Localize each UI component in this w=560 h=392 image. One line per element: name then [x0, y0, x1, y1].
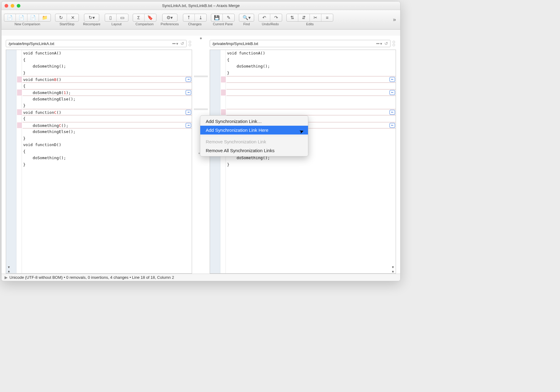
code-line[interactable]: void functionA() — [226, 50, 396, 57]
link-dot-icon[interactable] — [200, 37, 202, 39]
edit4-icon[interactable]: ≡ — [321, 14, 333, 21]
gutter-fold — [210, 50, 220, 273]
path-input-left[interactable]: /private/tmp/SyncLinkA.txt ••• ▾↺ — [6, 40, 187, 47]
new-folder-icon[interactable]: 📁 — [39, 14, 51, 21]
ctx-add-sync-link[interactable]: Add Synchronization Link… — [200, 117, 308, 126]
new-text-icon[interactable]: 📄 — [4, 14, 16, 21]
code-line[interactable]: doSomething(); — [23, 155, 192, 161]
stop-icon[interactable]: ✕ — [67, 14, 79, 21]
edit3-icon[interactable]: ✂ — [310, 14, 321, 21]
toolbar-label: Edits — [306, 22, 313, 26]
code-line-diff[interactable]: ← — [226, 76, 396, 83]
gear-icon[interactable]: ⚙▾ — [163, 14, 177, 21]
code-line[interactable] — [226, 102, 396, 109]
layout-v-icon[interactable]: ▯ — [105, 14, 117, 21]
code-line[interactable]: } — [226, 161, 396, 168]
gutter-marks — [220, 50, 226, 273]
toolbar-label: New Comparison — [15, 22, 40, 26]
code-line-diff[interactable]: ← — [226, 89, 396, 96]
prev-change-icon[interactable]: ⤒ — [183, 14, 195, 21]
content-area: /private/tmp/SyncLinkA.txt ••• ▾↺ void f… — [2, 36, 400, 274]
statusbar-text: Unicode (UTF-8 without BOM) • 0 removals… — [9, 275, 174, 280]
edit-icon[interactable]: ✎ — [223, 14, 234, 21]
merge-right-icon[interactable]: → — [186, 90, 191, 95]
path-controls[interactable]: ••• ▾↺ — [376, 41, 388, 46]
new-image-icon[interactable]: 📄 — [27, 14, 39, 21]
code-line[interactable]: } — [23, 102, 192, 109]
link-line[interactable] — [194, 76, 208, 77]
code-line[interactable]: { — [226, 57, 396, 63]
code-line[interactable] — [226, 83, 396, 89]
ctx-add-sync-link-here[interactable]: Add Synchronization Link Here — [200, 126, 308, 135]
merge-left-icon[interactable]: ← — [390, 110, 395, 115]
code-line[interactable]: } — [226, 70, 396, 76]
code-line[interactable]: } — [23, 135, 192, 142]
toolbar-label: Start/Stop — [60, 22, 75, 26]
gutter-marks — [16, 50, 22, 273]
editor-right[interactable]: void functionA() { doSomething(); } ← ← … — [210, 50, 396, 274]
code-line[interactable]: doSomething(); — [23, 63, 192, 70]
code-line[interactable]: { — [23, 115, 192, 122]
code-line-diff[interactable]: void functionC()→ — [23, 109, 192, 116]
code-line[interactable]: void functionA() — [23, 50, 192, 57]
code-line[interactable]: doSomethingElse(); — [23, 96, 192, 103]
toolbar-group-preferences: ⚙▾ Preferences — [161, 14, 179, 26]
link-line[interactable] — [194, 109, 208, 110]
save-icon[interactable]: 💾 — [211, 14, 223, 21]
path-input-right[interactable]: /private/tmp/SyncLinkB.txt ••• ▾↺ — [210, 40, 390, 47]
statusbar-disclosure-icon[interactable]: ▶ — [5, 275, 8, 280]
toolbar-group-layout: ▯ ▭ Layout — [105, 14, 128, 26]
redo-icon[interactable]: ↷ — [270, 14, 282, 21]
code-line[interactable]: } — [23, 161, 192, 168]
code-line[interactable]: doSomething(); — [226, 63, 396, 70]
code-line-diff[interactable]: ← — [226, 109, 396, 116]
history-icon[interactable]: ↺ — [180, 41, 184, 46]
path-controls[interactable]: ••• ▾↺ — [172, 41, 184, 46]
toolbar-overflow-icon[interactable]: » — [391, 16, 398, 23]
code-line-diff[interactable]: doSomethingB(1);→ — [23, 89, 192, 96]
scroll-markers[interactable]: ▼▲ — [391, 265, 395, 273]
sigma-icon[interactable]: Σ — [133, 14, 145, 21]
code-line-diff[interactable]: doSomethingC();→ — [23, 122, 192, 129]
toolbar-group-changes: ⤒ ⤓ Changes — [183, 14, 207, 26]
merge-right-icon[interactable]: → — [186, 123, 191, 128]
ctx-remove-all-sync-links[interactable]: Remove All Synchronization Links — [200, 146, 308, 155]
search-icon[interactable]: 🔍▾ — [239, 14, 254, 21]
code-area-left[interactable]: void functionA() { doSomething(); } void… — [23, 50, 192, 273]
bookmark-icon[interactable]: 🔖 — [145, 14, 156, 21]
code-line[interactable] — [226, 96, 396, 103]
gutter-fold — [6, 50, 16, 273]
merge-left-icon[interactable]: ← — [390, 90, 395, 95]
merge-right-icon[interactable]: → — [186, 77, 191, 82]
start-icon[interactable]: ↻ — [55, 14, 67, 21]
code-line[interactable]: { — [23, 83, 192, 89]
new-binary-icon[interactable]: 📄 — [16, 14, 27, 21]
minimap-left[interactable] — [188, 40, 192, 47]
code-area-right[interactable]: void functionA() { doSomething(); } ← ← … — [226, 50, 396, 273]
toolbar-group-comparison: Σ 🔖 Comparison — [133, 14, 156, 26]
history-icon[interactable]: ↺ — [384, 41, 388, 46]
next-change-icon[interactable]: ⤓ — [195, 14, 206, 21]
code-line[interactable]: { — [23, 57, 192, 63]
edit2-icon[interactable]: ⇵ — [298, 14, 310, 21]
edit1-icon[interactable]: ⇅ — [287, 14, 298, 21]
diff-char: C — [59, 123, 61, 128]
undo-icon[interactable]: ↶ — [259, 14, 270, 21]
code-line[interactable]: doSomethingElse(); — [23, 128, 192, 135]
toolbar-label: Current Pane — [213, 22, 233, 26]
layout-h-icon[interactable]: ▭ — [117, 14, 128, 21]
code-line[interactable]: } — [23, 70, 192, 76]
toolbar-label: Preferences — [161, 22, 179, 26]
code-line[interactable]: { — [23, 148, 192, 155]
code-line[interactable]: void functionD() — [23, 142, 192, 148]
toolbar-group-recompare: ↻▾ Recompare — [83, 14, 100, 26]
toolbar-label: Find — [243, 22, 250, 26]
minimap-right[interactable] — [392, 40, 396, 47]
code-line-diff[interactable]: void functionB()→ — [23, 76, 192, 83]
scroll-markers[interactable]: ▼▲ — [7, 265, 11, 273]
recompare-icon[interactable]: ↻▾ — [84, 14, 99, 21]
merge-right-icon[interactable]: → — [186, 110, 191, 115]
editor-left[interactable]: void functionA() { doSomething(); } void… — [6, 50, 192, 274]
merge-left-icon[interactable]: ← — [390, 123, 395, 128]
merge-left-icon[interactable]: ← — [390, 77, 395, 82]
